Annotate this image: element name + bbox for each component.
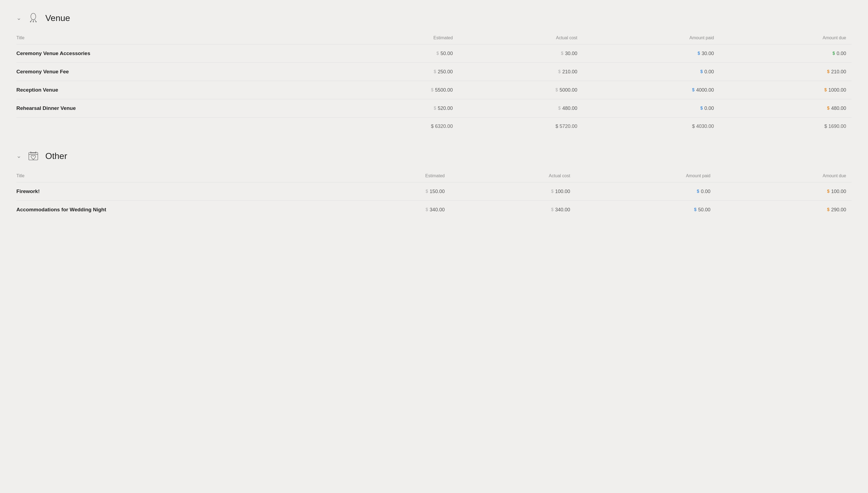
table-row: Ceremony Venue Fee $ 250.00 $ 210.00 $ 0… (16, 63, 852, 81)
other-section: ⌄ Other Title Estimated Actual cost Amou… (16, 149, 852, 219)
other-section-header: ⌄ Other (16, 149, 852, 163)
table-row: Accommodations for Wedding Night $ 340.0… (16, 201, 852, 219)
row-estimated: $ 150.00 (334, 183, 450, 201)
other-section-title: Other (45, 151, 67, 161)
venue-icon (26, 11, 40, 25)
row-paid: $ 4000.00 (583, 81, 720, 99)
row-due: $ 210.00 (720, 63, 852, 81)
row-actual: $ 340.00 (450, 201, 576, 219)
svg-point-0 (31, 13, 36, 20)
svg-point-4 (30, 21, 31, 22)
venue-col-paid: Amount paid (583, 33, 720, 44)
row-title: Accommodations for Wedding Night (16, 201, 334, 219)
totals-actual: $ 5720.00 (458, 117, 583, 135)
totals-due: $ 1690.00 (720, 117, 852, 135)
table-row: Reception Venue $ 5500.00 $ 5000.00 $ 40… (16, 81, 852, 99)
other-col-paid: Amount paid (576, 171, 716, 183)
venue-totals-row: $ 6320.00 $ 5720.00 $ 4030.00 $ 1690.00 (16, 117, 852, 135)
venue-section-header: ⌄ Venue (16, 11, 852, 25)
row-actual: $ 30.00 (458, 44, 583, 63)
row-actual: $ 480.00 (458, 99, 583, 117)
row-title: Ceremony Venue Accessories (16, 44, 334, 63)
svg-point-2 (33, 21, 34, 22)
row-actual: $ 210.00 (458, 63, 583, 81)
totals-paid: $ 4030.00 (583, 117, 720, 135)
row-due: $ 1000.00 (720, 81, 852, 99)
other-col-estimated: Estimated (334, 171, 450, 183)
svg-line-3 (31, 20, 32, 21)
row-due: $ 290.00 (716, 201, 852, 219)
row-actual: $ 100.00 (450, 183, 576, 201)
venue-table: Title Estimated Actual cost Amount paid … (16, 33, 852, 135)
other-col-due: Amount due (716, 171, 852, 183)
venue-section: ⌄ Venue Title Estimated Actual cost Amou… (16, 11, 852, 135)
svg-point-6 (36, 21, 37, 22)
totals-estimated: $ 6320.00 (334, 117, 458, 135)
table-row: Rehearsal Dinner Venue $ 520.00 $ 480.00… (16, 99, 852, 117)
totals-empty (16, 117, 334, 135)
row-estimated: $ 340.00 (334, 201, 450, 219)
row-estimated: $ 520.00 (334, 99, 458, 117)
other-icon (26, 149, 40, 163)
other-chevron-icon[interactable]: ⌄ (16, 152, 21, 159)
other-col-actual: Actual cost (450, 171, 576, 183)
row-paid: $ 30.00 (583, 44, 720, 63)
row-due: $ 0.00 (720, 44, 852, 63)
row-title: Ceremony Venue Fee (16, 63, 334, 81)
row-estimated: $ 5500.00 (334, 81, 458, 99)
other-table: Title Estimated Actual cost Amount paid … (16, 171, 852, 219)
venue-col-actual: Actual cost (458, 33, 583, 44)
row-due: $ 100.00 (716, 183, 852, 201)
venue-svg-icon (27, 12, 39, 24)
row-title: Rehearsal Dinner Venue (16, 99, 334, 117)
table-row: Firework! $ 150.00 $ 100.00 $ 0.00 $ 100… (16, 183, 852, 201)
other-col-title: Title (16, 171, 334, 183)
venue-chevron-icon[interactable]: ⌄ (16, 15, 21, 22)
row-due: $ 480.00 (720, 99, 852, 117)
row-paid: $ 0.00 (583, 99, 720, 117)
row-actual: $ 5000.00 (458, 81, 583, 99)
venue-col-title: Title (16, 33, 334, 44)
row-estimated: $ 50.00 (334, 44, 458, 63)
venue-table-header-row: Title Estimated Actual cost Amount paid … (16, 33, 852, 44)
row-title: Reception Venue (16, 81, 334, 99)
other-table-header-row: Title Estimated Actual cost Amount paid … (16, 171, 852, 183)
venue-col-due: Amount due (720, 33, 852, 44)
row-paid: $ 0.00 (576, 183, 716, 201)
row-title: Firework! (16, 183, 334, 201)
venue-col-estimated: Estimated (334, 33, 458, 44)
row-paid: $ 50.00 (576, 201, 716, 219)
table-row: Ceremony Venue Accessories $ 50.00 $ 30.… (16, 44, 852, 63)
other-svg-icon (27, 150, 39, 162)
row-paid: $ 0.00 (583, 63, 720, 81)
venue-section-title: Venue (45, 13, 70, 23)
row-estimated: $ 250.00 (334, 63, 458, 81)
svg-line-5 (35, 20, 36, 21)
